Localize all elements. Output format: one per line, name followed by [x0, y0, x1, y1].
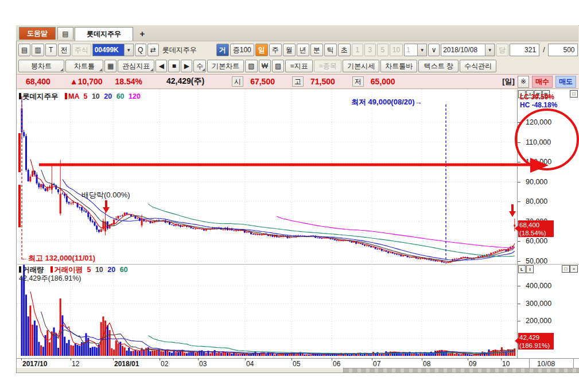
last-price: 68,400 [26, 77, 50, 86]
ma-period-5: 5 [87, 266, 91, 274]
next-button[interactable]: ▶ [181, 60, 192, 72]
ma-period-20: 20 [102, 92, 112, 100]
price-tick-50000: 50,000 [526, 257, 567, 265]
price-tick-90000: 90,000 [526, 178, 567, 186]
panel-button-vol-I[interactable]: I [526, 265, 534, 273]
won-price-icon[interactable]: ₩ [259, 60, 271, 72]
chart-window-icon[interactable]: ▤ [57, 27, 73, 40]
price-info-bar: 68,400▲10,70018.54%42,429(주)시67,500고71,5… [17, 74, 578, 89]
x-label-04: 04 [246, 360, 254, 368]
date-picker-arrow-icon[interactable]: ▼ [485, 44, 494, 56]
annotation-high: ←최고 132,000(11/01) [21, 253, 95, 263]
volume-panel-restore-icon[interactable]: □ [562, 265, 570, 273]
x-axis-divider [529, 358, 530, 368]
ma-period-5: 5 [83, 92, 87, 100]
x-label-07: 07 [373, 360, 380, 368]
basic-quote-button[interactable]: 기본시세 [343, 60, 379, 72]
refresh-icon[interactable]: ⇄ [147, 44, 159, 56]
formula-manager-button[interactable]: 수식관리 [460, 60, 496, 72]
price-tick-80000-tick [518, 201, 520, 202]
price-chart-canvas[interactable] [17, 90, 518, 264]
annotation-ex-dividend: 배당락(0.00%) [81, 190, 130, 200]
period-month-button[interactable]: 월 [283, 44, 296, 56]
low-chip: 저 [352, 76, 364, 87]
x-label-2017/10: 2017/10 [22, 360, 47, 368]
period-week-button[interactable]: 주 [269, 44, 282, 56]
price-tick-60000: 60,000 [526, 237, 567, 245]
chart-toolbar: 봉차트차트틀▦관심지표◀■▶수기본차트▧₩▨=지표=종목기본시세차트툴바텍스트 … [18, 59, 496, 73]
save-icon[interactable]: ▦ [104, 60, 116, 72]
price-tick-50000-tick [518, 261, 520, 262]
tab-help[interactable]: 도움말 [19, 27, 56, 40]
dropdown-button[interactable]: ∨ [428, 44, 440, 56]
volume-panel-close-icon[interactable]: × [570, 265, 578, 273]
layout-grid-icon[interactable]: ▥ [32, 44, 44, 56]
x-tick-05 [292, 358, 292, 360]
sell-button[interactable]: 매도 [555, 76, 576, 88]
text-tool-button[interactable]: T [45, 44, 57, 56]
ma-period-10: 10 [93, 266, 103, 274]
settings-flower-button[interactable]: ※ [518, 76, 529, 88]
brush-icon[interactable]: ▧ [245, 60, 257, 72]
price-tick-100000-tick [518, 162, 520, 162]
text-window-button[interactable]: 텍스트 창 [418, 60, 458, 72]
bar-count-input[interactable]: 321 [510, 44, 539, 56]
price-tick-80000: 80,000 [526, 197, 567, 205]
prev-button[interactable]: ◀ [156, 60, 167, 72]
price-tick-120000-tick [518, 122, 520, 123]
volume-tick-400000: 400,000 [526, 282, 567, 290]
x-tick-06 [332, 358, 332, 360]
stop-button[interactable]: ■ [168, 60, 180, 72]
basic-chart-button[interactable]: 기본차트 [207, 60, 244, 72]
tab-stock-chart[interactable]: 롯데지주우 [75, 27, 133, 41]
chart-frame-button[interactable]: 차트틀 [65, 60, 103, 72]
layout-left-icon[interactable]: ▤ [18, 44, 30, 56]
chart-type-button[interactable]: 봉차트 [18, 60, 64, 72]
equal-symbol-button: =종목 [314, 60, 341, 72]
price-tick-100000: 100,000 [526, 158, 567, 166]
panel-button-vol-L[interactable]: L [518, 265, 526, 273]
dang-button: 당 [496, 44, 508, 56]
x-tick-07 [372, 358, 372, 360]
volume-chart-canvas[interactable] [17, 264, 518, 358]
price-bar-right-group: [일]※매수매도 [502, 76, 576, 88]
period-year-button[interactable]: 년 [297, 44, 309, 56]
equal-indicator-button[interactable]: =지표 [285, 60, 313, 72]
jeon-toggle-button[interactable]: 전 [58, 44, 71, 56]
tab-strip: 도움말 ▤ 롯데지주우 + [16, 25, 578, 41]
ma-period-60: 60 [114, 92, 124, 100]
stock-code-combo-arrow-icon[interactable]: ▼ [124, 44, 133, 56]
period-day-button[interactable]: 일 [255, 44, 268, 56]
period-tick-button[interactable]: 틱 [324, 44, 337, 56]
price-panel-restore-icon[interactable]: □ [570, 90, 578, 98]
volume-value: 42,429(주) [166, 76, 204, 87]
stock-code-combo-value: 00499K [93, 44, 124, 56]
period-second-button[interactable]: 초 [338, 44, 351, 56]
drawing-toolbar-clipped[interactable] [343, 368, 579, 372]
x-label-02: 02 [161, 360, 168, 368]
price-chart-svg [17, 90, 518, 264]
tools-icon[interactable]: ▨ [272, 60, 284, 72]
search-icon[interactable]: Q [135, 44, 146, 56]
x-label-08: 08 [423, 360, 430, 368]
period-minute-button[interactable]: 분 [310, 44, 323, 56]
adjusted-100-button[interactable]: 증100 [230, 44, 254, 56]
buy-button[interactable]: 매수 [532, 76, 553, 88]
chart-toolbar-button[interactable]: 차트툴바 [380, 60, 417, 72]
add-tab-button[interactable]: + [135, 27, 149, 40]
volume-tick-300000-tick [518, 304, 520, 304]
stock-code-combo[interactable]: 00499K▼ [92, 44, 134, 56]
date-picker[interactable]: 2018/10/08▼ [441, 44, 495, 56]
volume-tick-400000-tick [518, 286, 520, 286]
volume-chart-svg [17, 264, 518, 358]
ma-period-60: 60 [118, 266, 127, 274]
x-axis-divider-right [573, 358, 574, 368]
price-tick-110000-tick [518, 142, 520, 143]
max-bars-input[interactable]: 500 [548, 44, 578, 56]
su-button[interactable]: 수 [193, 60, 206, 72]
volume-tick-200000-tick [518, 321, 520, 321]
favorite-indicator-button[interactable]: 관심지표 [118, 60, 154, 72]
ma-label: MA [68, 92, 79, 100]
ma-period-20: 20 [106, 266, 115, 274]
trade-mode-button[interactable]: 거 [216, 44, 229, 56]
